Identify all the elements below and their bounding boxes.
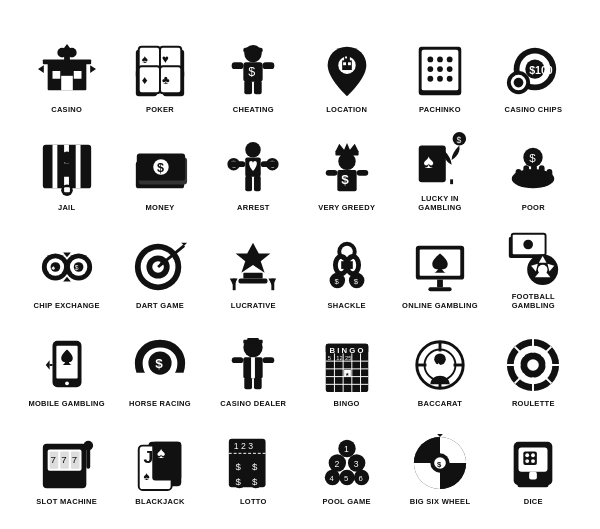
- svg-text:♠: ♠: [142, 52, 148, 65]
- svg-rect-26: [232, 62, 244, 69]
- svg-rect-75: [254, 175, 261, 190]
- svg-rect-3: [73, 71, 81, 79]
- svg-rect-118: [272, 278, 275, 290]
- svg-text:J: J: [144, 447, 154, 467]
- svg-marker-238: [437, 434, 443, 437]
- icon-cell-jail: JAIL: [20, 118, 113, 216]
- svg-text:♣: ♣: [162, 72, 170, 85]
- svg-rect-2: [52, 71, 60, 79]
- shackle-icon: $ $: [317, 237, 377, 297]
- big-six-wheel-icon: $: [410, 433, 470, 493]
- arrest-icon: [223, 139, 283, 199]
- svg-text:$: $: [252, 460, 258, 471]
- icon-cell-mobile-gambling: MOBILE GAMBLING: [20, 314, 113, 412]
- svg-point-244: [526, 459, 530, 463]
- svg-rect-120: [239, 278, 268, 283]
- svg-rect-33: [343, 62, 346, 65]
- icon-cell-pool-game: 1 2 3 4 5 6 POOL GAME: [300, 412, 393, 510]
- svg-text:1: 1: [344, 444, 349, 454]
- svg-marker-106: [63, 276, 71, 281]
- icon-cell-shackle: $ $ SHACKLE: [300, 216, 393, 314]
- svg-rect-58: [75, 144, 80, 188]
- roulette-icon: [503, 335, 563, 395]
- svg-rect-56: [52, 144, 57, 188]
- svg-point-46: [437, 75, 443, 81]
- svg-rect-144: [131, 372, 189, 391]
- icon-cell-dice: DICE: [487, 412, 580, 510]
- svg-rect-35: [344, 55, 350, 61]
- svg-rect-24: [244, 47, 263, 52]
- svg-point-245: [531, 459, 535, 463]
- svg-point-44: [447, 66, 453, 72]
- svg-rect-27: [263, 62, 275, 69]
- icon-cell-cheating: $ CHEATING: [207, 20, 300, 118]
- svg-text:$100: $100: [529, 63, 553, 75]
- lotto-icon: $ $ $ $ 1 2 3: [223, 433, 283, 493]
- baccarat-icon: ♠: [410, 335, 470, 395]
- icon-cell-very-greedy: $ VERY GREEDY: [300, 118, 393, 216]
- svg-text:7: 7: [50, 454, 55, 465]
- chip-exchange-icon: ♠ $: [37, 237, 97, 297]
- svg-text:25: 25: [345, 355, 351, 361]
- icon-cell-casino-dealer: CASINO DEALER: [207, 314, 300, 412]
- football-gambling-icon: [503, 228, 563, 288]
- svg-point-39: [427, 56, 433, 62]
- svg-point-45: [427, 75, 433, 81]
- casino-dealer-icon: [223, 335, 283, 395]
- blackjack-icon: J ♠ ♠: [130, 433, 190, 493]
- svg-rect-247: [518, 482, 549, 487]
- svg-rect-119: [244, 272, 263, 278]
- casino-icon: [37, 41, 97, 101]
- svg-point-54: [514, 77, 524, 87]
- horse-racing-icon: $: [130, 335, 190, 395]
- icon-cell-online-gambling: ONLINE GAMBLING: [393, 216, 486, 314]
- svg-text:$: $: [157, 160, 164, 174]
- svg-point-138: [538, 264, 548, 274]
- icon-cell-lotto: $ $ $ $ 1 2 3 LOTTO: [207, 412, 300, 510]
- svg-rect-203: [86, 447, 90, 468]
- mobile-gambling-icon: [37, 335, 97, 395]
- svg-point-204: [83, 440, 93, 450]
- svg-marker-114: [236, 242, 271, 272]
- svg-rect-30: [254, 80, 262, 94]
- svg-point-8: [67, 47, 77, 57]
- icon-cell-pachinko: PACHINKO: [393, 20, 486, 118]
- svg-text:$: $: [248, 64, 255, 78]
- location-icon: [317, 41, 377, 101]
- icon-cell-bingo: B I N G O 5 12 25 ★ BINGO: [300, 314, 393, 412]
- svg-marker-9: [38, 65, 44, 73]
- svg-point-40: [437, 56, 443, 62]
- dart-game-icon: [130, 237, 190, 297]
- svg-rect-241: [524, 451, 538, 465]
- svg-rect-246: [529, 471, 537, 479]
- svg-point-7: [57, 47, 67, 57]
- online-gambling-icon: [410, 237, 470, 297]
- bingo-icon: B I N G O 5 12 25 ★: [317, 335, 377, 395]
- jail-icon: [37, 139, 97, 199]
- svg-point-185: [528, 359, 540, 371]
- pool-game-icon: 1 2 3 4 5 6: [317, 433, 377, 493]
- svg-rect-154: [232, 357, 244, 363]
- svg-text:3: 3: [353, 458, 358, 468]
- svg-marker-76: [335, 142, 358, 151]
- svg-marker-105: [63, 252, 71, 257]
- svg-text:7: 7: [61, 454, 66, 465]
- icon-cell-roulette: ROULETTE: [487, 314, 580, 412]
- icon-cell-casino: CASINO: [20, 20, 113, 118]
- svg-rect-62: [64, 187, 70, 192]
- svg-point-41: [447, 56, 453, 62]
- svg-text:6: 6: [358, 474, 362, 483]
- icon-cell-slot-machine: 7 7 7 SLOT MACHINE: [20, 412, 113, 510]
- svg-point-141: [65, 381, 69, 385]
- svg-rect-149: [248, 337, 260, 341]
- svg-point-47: [447, 75, 453, 81]
- svg-rect-92: [539, 165, 545, 180]
- svg-text:$: $: [437, 459, 442, 468]
- icon-cell-big-six-wheel: $ BIG SIX WHEEL: [393, 412, 486, 510]
- icon-cell-dart-game: DART GAME: [113, 216, 206, 314]
- svg-rect-81: [325, 169, 337, 175]
- svg-point-23: [245, 44, 262, 61]
- svg-point-136: [524, 239, 534, 249]
- svg-text:1 2 3: 1 2 3: [234, 441, 253, 451]
- svg-point-43: [437, 66, 443, 72]
